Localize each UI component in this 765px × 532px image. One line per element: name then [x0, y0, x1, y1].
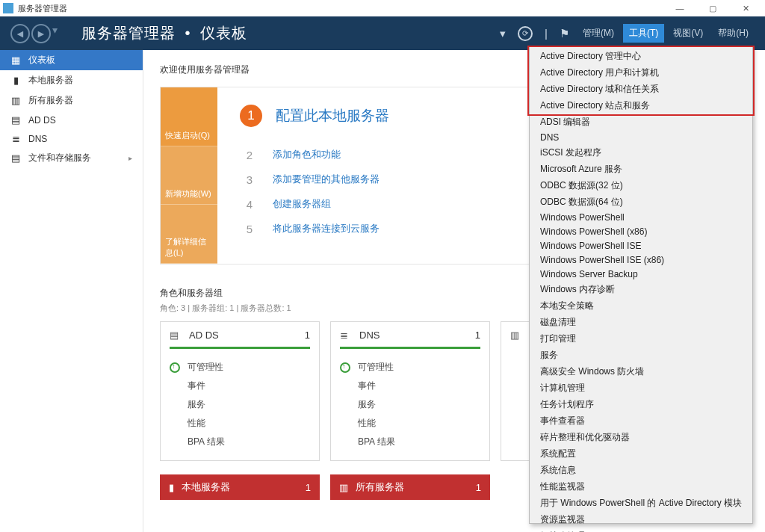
- status-bar: [340, 347, 480, 349]
- red-tile-all[interactable]: ▥ 所有服务器 1: [330, 474, 490, 500]
- tools-menu-item[interactable]: Windows 内存诊断: [530, 281, 752, 297]
- tools-menu-item[interactable]: 任务计划程序: [530, 396, 752, 412]
- sidebar-item-dashboard[interactable]: ▦ 仪表板: [0, 50, 143, 70]
- breadcrumb-page: 仪表板: [200, 25, 247, 41]
- sidebar-item-label: 仪表板: [28, 54, 55, 66]
- adds-icon: ▤: [170, 330, 182, 341]
- tile-row-bpa[interactable]: BPA 结果: [340, 433, 480, 451]
- refresh-icon[interactable]: ⟳: [513, 25, 537, 41]
- tile-count: 1: [475, 330, 480, 341]
- tools-menu-item[interactable]: 打印管理: [530, 330, 752, 347]
- tools-menu-item[interactable]: 磁盘清理: [530, 314, 752, 330]
- red-tile-local[interactable]: ▮ 本地服务器 1: [160, 474, 320, 500]
- sidebar-item-local-server[interactable]: ▮ 本地服务器: [0, 70, 143, 90]
- maximize-button[interactable]: ▢: [696, 0, 729, 16]
- minimize-button[interactable]: —: [663, 0, 696, 16]
- servers-icon: ▥: [510, 330, 519, 341]
- step-text: 添加角色和功能: [273, 148, 341, 161]
- step-number: 5: [240, 219, 259, 238]
- qs-tab-learn[interactable]: 了解详细信息(L): [161, 205, 217, 264]
- app-icon: [3, 3, 13, 13]
- tools-menu-item[interactable]: Active Directory 用户和计算机: [530, 64, 752, 81]
- flag-icon[interactable]: ⚑: [555, 27, 574, 40]
- tools-menu-item[interactable]: 系统信息: [530, 462, 752, 478]
- tools-menu-item[interactable]: Windows PowerShell ISE: [530, 238, 752, 253]
- server-icon: ▮: [10, 75, 21, 86]
- menu-manage[interactable]: 管理(M): [577, 27, 620, 40]
- tile-adds[interactable]: ▤ AD DS 1 可管理性 事件 服务 性能 BPA 结果: [160, 321, 320, 461]
- tools-menu-item[interactable]: 性能监视器: [530, 478, 752, 495]
- tools-menu-item[interactable]: ADSI 编辑器: [530, 114, 752, 130]
- storage-icon: ▤: [10, 152, 21, 164]
- tools-menu-item[interactable]: 用于 Windows PowerShell 的 Active Directory…: [530, 495, 752, 511]
- tools-menu-item[interactable]: Active Directory 站点和服务: [530, 97, 752, 114]
- tile-row-events[interactable]: 事件: [170, 377, 310, 395]
- tools-menu-item[interactable]: 服务: [530, 347, 752, 363]
- nav-back-button[interactable]: ◄: [10, 24, 30, 43]
- tile-count: 1: [476, 482, 481, 493]
- sidebar-item-dns[interactable]: ≣ DNS: [0, 129, 143, 148]
- sidebar: ▦ 仪表板 ▮ 本地服务器 ▥ 所有服务器 ▤ AD DS ≣ DNS ▤ 文件…: [0, 50, 143, 532]
- tools-menu-item[interactable]: Windows Server Backup: [530, 267, 752, 281]
- tools-menu-item[interactable]: Active Directory 管理中心: [530, 48, 752, 64]
- tools-menu-item[interactable]: Active Directory 域和信任关系: [530, 81, 752, 97]
- tools-menu-item[interactable]: ODBC 数据源(32 位): [530, 177, 752, 194]
- separator-icon: |: [540, 27, 552, 40]
- tools-menu-item[interactable]: Windows PowerShell (x86): [530, 224, 752, 238]
- tools-menu-item[interactable]: DNS: [530, 130, 752, 144]
- tools-menu-item[interactable]: 资源监视器: [530, 511, 752, 528]
- menu-help[interactable]: 帮助(H): [712, 27, 755, 40]
- qs-tab-quick[interactable]: 快速启动(Q): [161, 87, 217, 146]
- tile-row-manageability[interactable]: 可管理性: [170, 358, 310, 377]
- server-icon: ▮: [169, 482, 174, 493]
- tile-row-performance[interactable]: 性能: [170, 414, 310, 433]
- sidebar-item-file-storage[interactable]: ▤ 文件和存储服务 ▸: [0, 148, 143, 168]
- tools-menu-item[interactable]: 系统配置: [530, 445, 752, 462]
- status-bar: [170, 347, 310, 349]
- menu-view[interactable]: 视图(V): [667, 27, 709, 40]
- tools-menu-item[interactable]: 本地安全策略: [530, 297, 752, 314]
- adds-icon: ▤: [10, 114, 21, 126]
- tools-menu-item[interactable]: Microsoft Azure 服务: [530, 161, 752, 177]
- tools-menu-item[interactable]: Windows PowerShell: [530, 210, 752, 224]
- step-number: 2: [240, 145, 259, 164]
- tile-row-performance[interactable]: 性能: [340, 414, 480, 433]
- tile-row-services[interactable]: 服务: [170, 395, 310, 414]
- sidebar-item-label: DNS: [28, 134, 47, 144]
- tile-count: 1: [306, 482, 311, 493]
- titlebar: 服务器管理器 — ▢ ✕: [0, 0, 765, 16]
- step-text: 创建服务器组: [273, 197, 331, 211]
- tools-menu-item[interactable]: 计算机管理: [530, 380, 752, 396]
- sidebar-item-all-servers[interactable]: ▥ 所有服务器: [0, 90, 143, 111]
- sidebar-item-label: AD DS: [28, 115, 56, 126]
- nav-forward-button[interactable]: ►: [31, 24, 51, 43]
- tools-menu-item[interactable]: 碎片整理和优化驱动器: [530, 429, 752, 445]
- qs-tab-new[interactable]: 新增功能(W): [161, 146, 217, 205]
- tile-partial[interactable]: ▥: [501, 321, 530, 461]
- close-button[interactable]: ✕: [729, 0, 762, 16]
- tools-menu-item[interactable]: Windows PowerShell ISE (x86): [530, 253, 752, 267]
- tile-row-services[interactable]: 服务: [340, 395, 480, 414]
- dash-icon: ▾: [52, 24, 58, 43]
- tools-menu-item[interactable]: 组策略管理: [530, 528, 752, 532]
- tile-title: 所有服务器: [356, 480, 404, 494]
- tools-menu-item[interactable]: 事件查看器: [530, 412, 752, 429]
- sidebar-item-label: 文件和存储服务: [28, 152, 91, 164]
- tools-menu-item[interactable]: iSCSI 发起程序: [530, 144, 752, 161]
- menu-tools[interactable]: 工具(T): [623, 24, 664, 43]
- tile-row-events[interactable]: 事件: [340, 377, 480, 395]
- step-number: 4: [240, 194, 259, 214]
- tools-menu-item[interactable]: 高级安全 Windows 防火墙: [530, 363, 752, 380]
- sidebar-item-adds[interactable]: ▤ AD DS: [0, 111, 143, 129]
- tools-menu-item[interactable]: ODBC 数据源(64 位): [530, 194, 752, 210]
- sidebar-item-label: 所有服务器: [28, 94, 73, 107]
- tile-dns[interactable]: ≣ DNS 1 可管理性 事件 服务 性能 BPA 结果: [330, 321, 490, 461]
- breadcrumb-app: 服务器管理器: [81, 25, 176, 41]
- tools-dropdown-menu: Active Directory 管理中心Active Directory 用户…: [529, 46, 753, 524]
- dropdown-icon[interactable]: ▾: [495, 27, 510, 40]
- tile-row-bpa[interactable]: BPA 结果: [170, 433, 310, 451]
- servers-icon: ▥: [339, 482, 348, 493]
- window-title: 服务器管理器: [18, 3, 663, 14]
- tile-row-manageability[interactable]: 可管理性: [340, 358, 480, 377]
- dns-icon: ≣: [10, 133, 21, 144]
